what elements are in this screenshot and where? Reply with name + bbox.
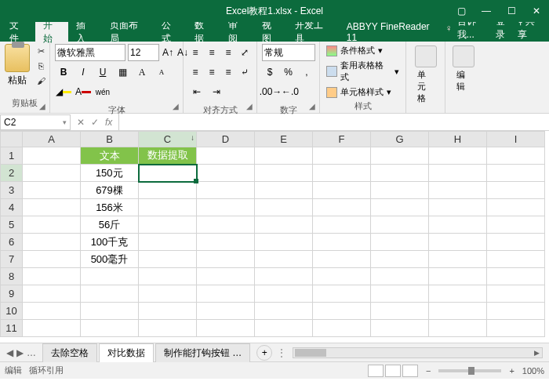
view-page-layout-icon[interactable] (385, 365, 401, 377)
comma-icon[interactable]: , (299, 64, 314, 81)
phonetic-icon[interactable]: wén (94, 83, 111, 100)
cell-a2[interactable] (23, 165, 81, 182)
row-header-1[interactable]: 1 (1, 147, 23, 165)
cell-styles-button[interactable]: 单元格样式 ▾ (325, 85, 401, 99)
zoom-level[interactable]: 100% (522, 366, 544, 376)
clipboard-launcher-icon[interactable]: ◢ (37, 100, 48, 111)
currency-icon[interactable]: $ (262, 64, 278, 81)
select-all-corner[interactable] (1, 132, 23, 147)
row-header-5[interactable]: 5 (1, 216, 23, 234)
sheet-nav-more-icon[interactable]: … (27, 347, 36, 358)
minimize-icon[interactable]: — (474, 0, 499, 22)
align-right-icon[interactable]: ≡ (221, 64, 235, 81)
zoom-out-icon[interactable]: − (426, 366, 431, 376)
tab-view[interactable]: 视图 (254, 22, 288, 42)
tab-abbyy[interactable]: ABBYY FineReader 11 (339, 22, 445, 42)
decrease-indent-icon[interactable]: ⇤ (188, 83, 205, 100)
font-name-select[interactable] (55, 44, 125, 61)
view-page-break-icon[interactable] (402, 365, 418, 377)
fill-handle[interactable] (194, 179, 198, 183)
increase-decimal-icon[interactable]: .00→ (262, 83, 279, 100)
number-format-select[interactable] (262, 44, 315, 61)
paste-button[interactable]: 粘贴 (5, 44, 30, 87)
sheet-tab-2[interactable]: 对比数据 (99, 343, 154, 362)
close-icon[interactable]: ✕ (524, 0, 549, 22)
align-left-icon[interactable]: ≡ (188, 64, 202, 81)
tab-review[interactable]: 审阅 (220, 22, 254, 42)
row-header-2[interactable]: 2 (1, 165, 23, 182)
tab-dev[interactable]: 开发工具 (287, 22, 338, 42)
cell-b6[interactable]: 100千克 (81, 234, 139, 251)
col-header-g[interactable]: G (371, 132, 429, 147)
orientation-icon[interactable]: ⤢ (238, 44, 252, 61)
copy-icon[interactable]: ⎘ (33, 59, 49, 73)
view-normal-icon[interactable] (368, 365, 384, 377)
align-center-icon[interactable]: ≡ (205, 64, 219, 81)
row-header-6[interactable]: 6 (1, 234, 23, 251)
sheet-tab-3[interactable]: 制作能打钩按钮 … (155, 343, 250, 362)
row-header-4[interactable]: 4 (1, 199, 23, 216)
col-header-i[interactable]: I (487, 132, 545, 147)
cancel-formula-icon[interactable]: ✕ (77, 117, 85, 128)
col-header-e[interactable]: E (255, 132, 313, 147)
font-color-icon[interactable]: A (75, 83, 92, 100)
font-shrink-a-icon[interactable]: A (153, 64, 170, 81)
cell-b1[interactable]: 文本 (81, 147, 139, 165)
add-sheet-button[interactable]: + (256, 345, 272, 361)
cell-b2[interactable]: 150元 (81, 165, 139, 182)
tab-insert[interactable]: 插入 (68, 22, 102, 42)
percent-icon[interactable]: % (280, 64, 296, 81)
fx-icon[interactable]: fx (105, 117, 112, 128)
horizontal-scrollbar[interactable]: ◀ ▶ (293, 347, 543, 358)
decrease-decimal-icon[interactable]: ←.0 (282, 83, 299, 100)
enter-formula-icon[interactable]: ✓ (91, 117, 99, 128)
wrap-merge-icon[interactable]: ⤶ (238, 64, 252, 81)
align-top-icon[interactable]: ≡ (188, 44, 202, 61)
sheet-tab-1[interactable]: 去除空格 (42, 343, 97, 362)
row-header-3[interactable]: 3 (1, 182, 23, 199)
row-header-10[interactable]: 10 (1, 303, 23, 320)
font-grow-a-icon[interactable]: A (133, 64, 151, 81)
cell-c2[interactable] (139, 165, 197, 182)
editing-button[interactable]: 编辑 (450, 44, 477, 94)
maximize-icon[interactable]: ☐ (499, 0, 524, 22)
increase-font-icon[interactable]: A↑ (162, 44, 174, 61)
increase-indent-icon[interactable]: ⇥ (208, 83, 225, 100)
border-icon[interactable]: ▦ (114, 64, 131, 81)
col-header-h[interactable]: H (429, 132, 487, 147)
tab-layout[interactable]: 页面布局 (102, 22, 153, 42)
col-header-d[interactable]: D (197, 132, 255, 147)
cell-a1[interactable] (23, 147, 81, 165)
format-painter-icon[interactable]: 🖌 (33, 74, 49, 88)
fill-color-icon[interactable]: ◢ (55, 83, 72, 100)
font-launcher-icon[interactable]: ◢ (170, 100, 181, 111)
cut-icon[interactable]: ✂ (33, 44, 49, 58)
ribbon-options-icon[interactable]: ▢ (449, 0, 474, 22)
conditional-format-button[interactable]: 条件格式 ▾ (325, 44, 401, 57)
row-header-8[interactable]: 8 (1, 268, 23, 285)
sheet-nav-next-icon[interactable]: ▶ (16, 347, 24, 358)
scroll-right-icon[interactable]: ▶ (531, 348, 542, 358)
font-size-select[interactable] (128, 44, 159, 61)
tab-home[interactable]: 开始 (35, 22, 69, 42)
cell-d1[interactable] (197, 147, 255, 165)
number-launcher-icon[interactable]: ◢ (307, 100, 318, 111)
col-header-c[interactable]: C↓ (139, 132, 197, 147)
sheet-nav-prev-icon[interactable]: ◀ (6, 347, 13, 358)
row-header-9[interactable]: 9 (1, 285, 23, 303)
align-bottom-icon[interactable]: ≡ (221, 44, 235, 61)
align-launcher-icon[interactable]: ◢ (244, 100, 255, 111)
bold-button[interactable]: B (55, 64, 72, 81)
format-as-table-button[interactable]: 套用表格格式 ▾ (325, 59, 401, 84)
zoom-in-icon[interactable]: + (509, 366, 514, 376)
zoom-slider[interactable] (438, 369, 501, 372)
cell-b4[interactable]: 156米 (81, 199, 139, 216)
tab-formulas[interactable]: 公式 (154, 22, 187, 42)
col-header-b[interactable]: B (81, 132, 139, 147)
cells-button[interactable]: 单元格 (411, 44, 440, 106)
cell-b5[interactable]: 56斤 (81, 216, 139, 234)
cell-b3[interactable]: 679棵 (81, 182, 139, 199)
cell-b7[interactable]: 500毫升 (81, 251, 139, 268)
italic-button[interactable]: I (75, 64, 92, 81)
row-header-7[interactable]: 7 (1, 251, 23, 268)
